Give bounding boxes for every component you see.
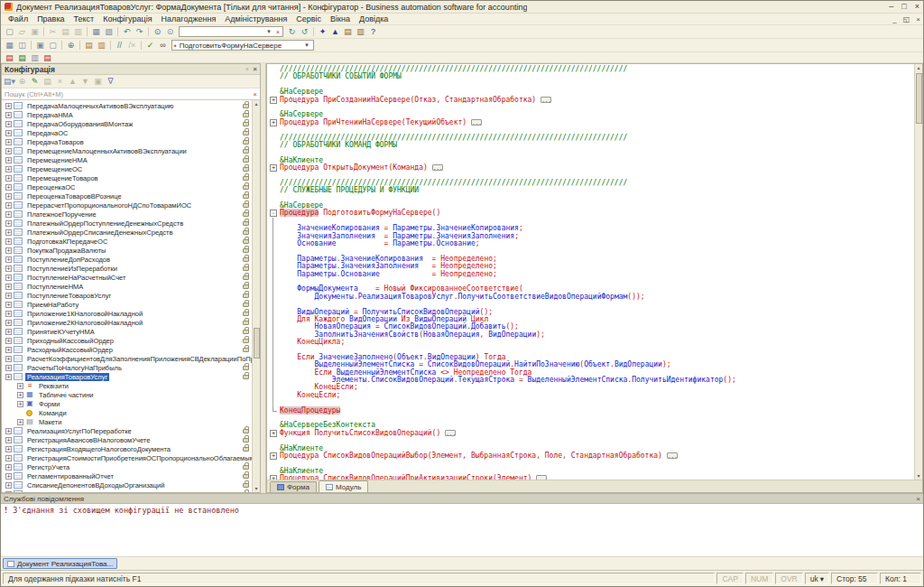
expand-icon[interactable]: + (5, 202, 12, 209)
tree-item[interactable]: +РасчетыПоНалогуНаПрибыль (2, 363, 252, 372)
menu-налагодження[interactable]: Налагодження (157, 14, 221, 23)
scroll-down-icon[interactable]: ▾ (917, 472, 919, 480)
web-client-icon[interactable]: ⊕ (65, 40, 77, 51)
tree-item[interactable]: +=Реквізити (2, 381, 252, 390)
expand-icon[interactable]: + (5, 238, 12, 245)
tree-item[interactable]: +▣Форми (2, 399, 252, 408)
actions-button[interactable]: ▤▾ (4, 76, 15, 87)
tree-item[interactable]: +ПерерасчетПропорциональногоНДСпоТоварам… (2, 200, 252, 210)
expand-icon[interactable]: + (5, 157, 12, 163)
split-window-icon[interactable]: ◫ (16, 40, 28, 51)
storage-update-icon[interactable]: ▤ (16, 52, 28, 63)
tree-item[interactable]: +ПодготовкаКПередачеОС (2, 237, 252, 246)
save-icon[interactable]: ▣ (29, 26, 41, 37)
uncomment-icon[interactable]: /× (126, 40, 138, 51)
expand-icon[interactable]: + (5, 247, 12, 254)
tree-item[interactable]: +ПоступлениеНМА (2, 282, 252, 291)
expand-icon[interactable]: + (17, 401, 23, 407)
tree-item[interactable]: +ПеремещениеТоваров (2, 173, 252, 182)
tree-item[interactable]: +ПеремещениеОС (2, 164, 252, 173)
tree-item[interactable]: +РегистрУчета (2, 462, 252, 471)
print-preview-icon[interactable]: ▧ (103, 26, 115, 37)
tree-item[interactable]: +ПередачаТоваров (2, 137, 252, 146)
tree-item[interactable]: +ПеремещениеНМА (2, 155, 252, 164)
copy-format-icon[interactable]: ▤ (83, 40, 95, 51)
user-mode-icon[interactable]: ▲ (329, 26, 341, 37)
expand-icon[interactable]: + (5, 229, 12, 236)
expand-icon[interactable]: + (5, 437, 12, 443)
expand-icon[interactable]: + (5, 293, 12, 299)
search-combo[interactable]: ▾ × (179, 26, 283, 37)
menu-файл[interactable]: Файл (4, 14, 32, 23)
close-icon[interactable]: × (916, 495, 920, 503)
notes-icon[interactable]: ▥ (355, 26, 366, 37)
language-indicator[interactable]: uk ▾ (805, 573, 829, 584)
expand-icon[interactable]: + (5, 320, 12, 326)
expand-icon[interactable]: + (5, 455, 12, 461)
mdi-minimize-icon[interactable]: _ (892, 15, 896, 23)
expand-icon[interactable]: + (5, 220, 12, 227)
clear-icon[interactable]: × (250, 90, 260, 98)
properties-icon[interactable]: ▣ (92, 76, 104, 87)
find-replace-icon[interactable]: ⊙ (164, 26, 176, 37)
expand-icon[interactable]: + (5, 130, 12, 136)
expand-icon[interactable]: + (5, 121, 12, 127)
menu-адміністрування[interactable]: Адміністрування (220, 14, 291, 23)
tree-item[interactable]: +ПриходныйКассовыйОрдер (2, 336, 252, 345)
tree-item[interactable]: +ПеремещениеМалоценныхАктивовВЭксплуатац… (2, 146, 252, 155)
storage-history-icon[interactable]: ▥ (29, 52, 41, 63)
expand-icon[interactable]: + (5, 175, 12, 182)
undo-icon[interactable]: ↶ (121, 26, 133, 37)
tree-item[interactable]: +РеализацияУслугПоПереработке (2, 426, 252, 435)
tree-item[interactable]: +ПоступлениеИзПереработки (2, 264, 252, 273)
menu-текст[interactable]: Текст (69, 14, 99, 23)
cut-icon[interactable]: ✂ (47, 26, 59, 37)
add-icon[interactable]: ⊕ (16, 76, 28, 87)
storage-open-icon[interactable]: ▤ (4, 52, 15, 63)
close-icon[interactable]: × (915, 3, 919, 11)
chevron-down-icon[interactable]: ▾ (264, 28, 273, 35)
collapsed-body-box[interactable]: ... (432, 164, 443, 171)
expand-icon[interactable]: + (5, 329, 12, 335)
expand-icon[interactable]: + (5, 464, 12, 471)
tree-item[interactable]: +ПередачаНМА (2, 110, 252, 119)
expand-icon[interactable]: + (5, 275, 12, 281)
filter-icon[interactable]: ∇ (105, 76, 116, 87)
copy-icon[interactable]: ▤ (42, 76, 53, 87)
find-next-icon[interactable]: ↻ (286, 26, 298, 37)
tree-item[interactable]: +РасчетКоэффициентовДляЗаполненияПриложе… (2, 354, 252, 363)
tree-item[interactable]: +ПоступлениеДопРасходов (2, 255, 252, 264)
edit-icon[interactable]: ✎ (29, 76, 41, 87)
tree-item[interactable]: +Приложение2КНалоговойНакладной (2, 318, 252, 327)
expand-icon[interactable]: + (5, 166, 12, 172)
tree-item[interactable]: +СписаниеДепонентовВДоходыОрганизаций (2, 480, 252, 489)
search-input[interactable] (180, 28, 264, 36)
tree-item[interactable]: +ПоступлениеТоваровУслуг (2, 291, 252, 300)
tree-search-input[interactable] (2, 90, 250, 98)
expand-icon[interactable]: + (270, 452, 277, 460)
chevron-down-icon[interactable]: ▾ (302, 42, 311, 49)
paste-format-icon[interactable]: ▥ (96, 40, 107, 51)
clear-search-icon[interactable]: × (273, 29, 282, 35)
tree-item[interactable]: +ПереоценкаТоваровВРознице (2, 191, 252, 200)
mdi-restore-icon[interactable]: ◱ (903, 15, 910, 23)
expand-icon[interactable]: + (5, 428, 12, 434)
tree-item[interactable]: +РасходныйКассовыйОрдер (2, 345, 252, 354)
expand-icon[interactable]: + (5, 266, 12, 272)
expand-icon[interactable]: + (5, 482, 12, 489)
find-previous-icon[interactable]: ↺ (299, 26, 310, 37)
expand-icon[interactable]: + (5, 148, 12, 154)
expand-icon[interactable]: + (270, 97, 277, 104)
menu-вікна[interactable]: Вікна (326, 14, 355, 23)
new-file-icon[interactable]: ▢ (4, 26, 15, 37)
expand-icon[interactable]: + (5, 184, 12, 191)
tree-scrollbar[interactable]: ▴ ▾ (252, 100, 260, 492)
close-icon[interactable]: × (253, 65, 257, 73)
expand-icon[interactable]: + (270, 430, 277, 437)
maximize-icon[interactable]: □ (901, 3, 906, 11)
support-icon[interactable]: ▤ (342, 26, 354, 37)
procedure-combo[interactable]: ▪ ПодготовитьФормуНаСервере ▾ (171, 40, 314, 51)
expand-icon[interactable]: + (5, 112, 12, 118)
scroll-thumb[interactable] (254, 328, 260, 359)
menu-правка[interactable]: Правка (32, 14, 69, 23)
